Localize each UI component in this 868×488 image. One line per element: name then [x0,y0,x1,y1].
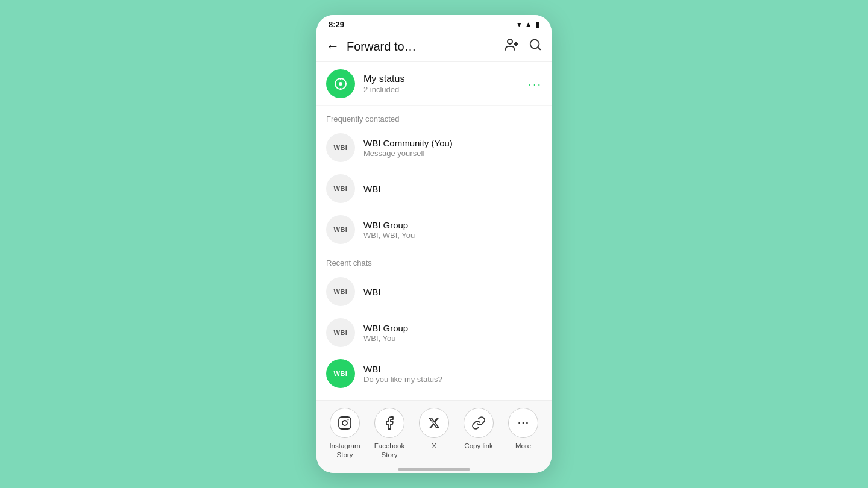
svg-point-12 [342,421,347,425]
svg-point-16 [526,422,528,424]
my-status-sub: 2 included [363,85,520,94]
svg-point-0 [508,39,512,44]
copy-link-label: Copy link [464,442,492,451]
contact-name: WBI Community (You) [363,138,542,148]
share-bar: InstagramStory FacebookStory [316,400,552,465]
home-indicator-bar [398,468,470,471]
contact-name: WBI [363,184,542,194]
contact-sub: Message yourself [363,149,542,158]
status-bar: 8:29 ▾ ▲ ▮ [316,15,552,31]
svg-point-6 [339,82,342,86]
contact-avatar: WBI [326,359,355,388]
home-indicator [316,465,552,473]
link-icon-circle [464,408,494,438]
status-icons: ▾ ▲ ▮ [517,20,539,29]
wifi-icon: ▾ [517,20,521,29]
back-button[interactable]: ← [326,40,339,53]
share-copy-link[interactable]: Copy link [461,408,497,451]
svg-rect-11 [339,417,351,429]
contact-name: WBI [363,364,542,374]
section-label: Recent chats [316,250,552,271]
svg-line-4 [538,47,540,49]
content-area: My status 2 included ··· Frequently cont… [316,62,552,400]
svg-point-8 [340,88,342,90]
svg-point-10 [345,83,347,85]
facebook-icon-circle [374,408,404,438]
share-x[interactable]: X [416,408,452,451]
share-icons-row: InstagramStory FacebookStory [316,408,552,460]
add-contact-icon[interactable] [505,37,519,55]
svg-point-14 [518,422,520,424]
contact-info: WBI [363,287,542,297]
search-icon[interactable] [529,38,542,55]
my-status-name: My status [363,74,520,84]
contact-row[interactable]: WBIWBI GroupWBI, You [316,312,552,353]
svg-point-15 [523,422,524,424]
header-actions [505,37,542,55]
share-facebook-story[interactable]: FacebookStory [371,408,407,460]
my-status-text: My status 2 included [363,74,520,94]
svg-point-9 [335,83,336,85]
contact-row[interactable]: WBIWBI [316,168,552,209]
share-instagram-story[interactable]: InstagramStory [327,408,363,460]
contact-info: WBI Community (You)Message yourself [363,138,542,158]
facebook-story-label: FacebookStory [374,442,405,460]
status-time: 8:29 [329,20,344,29]
more-label: More [515,442,531,451]
svg-point-13 [348,419,349,421]
contact-info: WBIDo you like my status? [363,364,542,384]
my-status-more-button[interactable]: ··· [528,77,542,91]
contact-row[interactable]: WBIWBI Community (You)Message yourself [316,127,552,168]
contact-row[interactable]: WBIWBI GroupWBI, WBI, You [316,209,552,250]
section-label: Frequently contacted [316,106,552,127]
header: ← Forward to… [316,31,552,62]
contact-sub: WBI, WBI, You [363,231,542,240]
sections-container: Frequently contactedWBIWBI Community (Yo… [316,106,552,394]
my-status-avatar [326,69,355,98]
my-status-row[interactable]: My status 2 included ··· [316,62,552,106]
x-label: X [432,442,436,451]
contact-name: WBI [363,287,542,297]
page-title: Forward to… [347,40,497,54]
instagram-icon-circle [330,408,360,438]
contact-name: WBI Group [363,323,542,333]
contact-avatar: WBI [326,174,355,203]
contact-info: WBI GroupWBI, You [363,323,542,343]
contact-row[interactable]: WBIWBIDo you like my status? [316,353,552,394]
contact-avatar: WBI [326,277,355,306]
svg-point-7 [340,78,342,80]
more-icon-circle [508,408,538,438]
signal-icon: ▲ [524,20,532,29]
contact-row[interactable]: WBIWBI [316,271,552,312]
contact-avatar: WBI [326,318,355,347]
contact-sub: WBI, You [363,334,542,343]
contact-avatar: WBI [326,215,355,244]
x-icon-circle [419,408,449,438]
contact-info: WBI GroupWBI, WBI, You [363,220,542,240]
contact-sub: Do you like my status? [363,375,542,384]
contact-info: WBI [363,184,542,194]
contact-avatar: WBI [326,133,355,162]
contact-name: WBI Group [363,220,542,230]
instagram-story-label: InstagramStory [329,442,360,460]
share-more[interactable]: More [505,408,541,451]
battery-icon: ▮ [535,20,539,29]
